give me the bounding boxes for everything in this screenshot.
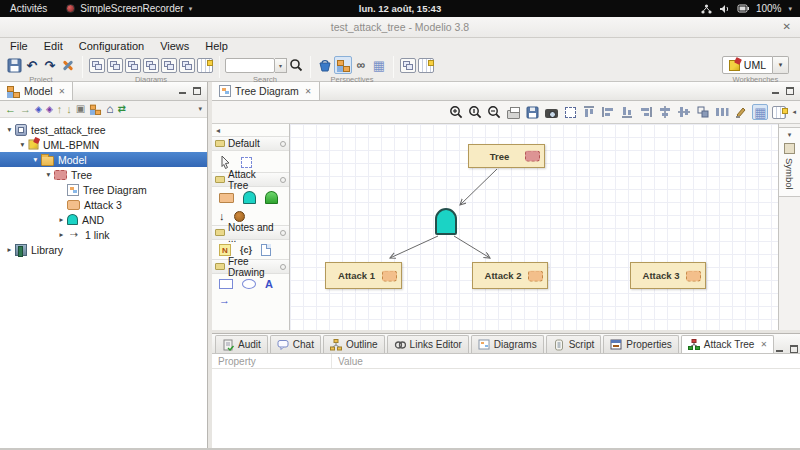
minimize-button[interactable] xyxy=(772,87,780,95)
minimize-button[interactable] xyxy=(776,345,784,353)
duplicate-view-button[interactable]: ▣ xyxy=(76,104,85,114)
page-setup-button[interactable] xyxy=(771,104,787,120)
property-table-body[interactable] xyxy=(212,369,800,446)
back-button[interactable]: ← xyxy=(5,104,16,115)
tab-audit[interactable]: Audit xyxy=(215,335,268,353)
activities-button[interactable]: Activités xyxy=(10,3,47,14)
note-tool[interactable]: N xyxy=(219,244,231,256)
menu-file[interactable]: File xyxy=(2,40,36,52)
system-tray[interactable]: 100% ▾ xyxy=(701,3,800,14)
tree-row-link[interactable]: ▸ ⇢ 1 link xyxy=(0,227,207,242)
tree-row-project[interactable]: ▾ test_attack_tree xyxy=(0,122,207,137)
and-gate-node[interactable] xyxy=(435,208,457,235)
drawer-pin-icon[interactable] xyxy=(280,230,286,236)
search-dropdown-button[interactable]: ▾ xyxy=(275,58,287,73)
minimize-button[interactable] xyxy=(179,87,187,95)
search-input[interactable] xyxy=(225,58,275,73)
tab-model[interactable]: Model ✕ xyxy=(0,82,73,100)
or-gate-tool[interactable] xyxy=(265,191,278,204)
tree-layout-button[interactable] xyxy=(90,104,101,114)
tab-attack-tree[interactable]: Attack Tree ✕ xyxy=(681,335,774,353)
tree-row-tree-diagram[interactable]: Tree Diagram xyxy=(0,182,207,197)
diagram-editor-button[interactable] xyxy=(400,58,416,73)
forward-button[interactable]: → xyxy=(20,104,31,115)
redo-button[interactable]: ↷ xyxy=(41,56,59,74)
align-left-button[interactable] xyxy=(600,104,616,120)
diagram-canvas[interactable]: Tree Attack 1 Attack 2 Attack 3 xyxy=(290,124,778,330)
tab-chat[interactable]: Chat xyxy=(270,335,321,353)
column-value[interactable]: Value xyxy=(332,356,363,367)
center-vertical-button[interactable] xyxy=(657,104,673,120)
class-diagram-button[interactable] xyxy=(89,58,105,73)
tab-outline[interactable]: Outline xyxy=(323,335,385,353)
undo-button[interactable]: ↶ xyxy=(23,56,41,74)
window-title-bar[interactable]: test_attack_tree - Modelio 3.8 ✕ xyxy=(0,17,800,38)
close-icon[interactable]: ✕ xyxy=(760,340,767,349)
zoom-in-button[interactable] xyxy=(448,104,464,120)
node-attack-1[interactable]: Attack 1 xyxy=(325,262,402,289)
toolbar-overflow-icon[interactable]: ◂ xyxy=(792,108,796,116)
line-tool[interactable]: → xyxy=(219,294,230,306)
node-attack-2[interactable]: Attack 2 xyxy=(472,262,548,289)
state-diagram-button[interactable] xyxy=(125,58,141,73)
tree-row-attack-3[interactable]: Attack 3 xyxy=(0,197,207,212)
snapshot-button[interactable] xyxy=(543,104,559,120)
select-tool[interactable] xyxy=(219,155,232,169)
palette-collapse-button[interactable]: ◂ xyxy=(212,124,289,136)
tab-properties[interactable]: Properties xyxy=(603,335,679,353)
expander-icon[interactable]: ▾ xyxy=(43,170,54,179)
drawer-pin-icon[interactable] xyxy=(280,264,286,270)
expander-icon[interactable]: ▸ xyxy=(56,215,67,224)
tree-row-model[interactable]: ▾ Model xyxy=(0,152,207,167)
drawer-pin-icon[interactable] xyxy=(280,141,286,147)
sequence-diagram-button[interactable] xyxy=(179,58,195,73)
tab-links-editor[interactable]: Links Editor xyxy=(387,335,469,353)
workbench-selector[interactable]: UML xyxy=(722,56,773,74)
tab-symbol[interactable]: ▾ Symbol xyxy=(779,127,800,197)
counter-measure-tool[interactable] xyxy=(234,211,245,222)
usecase-diagram-button[interactable] xyxy=(161,58,177,73)
move-up-button[interactable]: ↑ xyxy=(57,104,63,115)
tab-diagrams[interactable]: Diagrams xyxy=(471,335,544,353)
same-size-button[interactable] xyxy=(695,104,711,120)
align-top-button[interactable] xyxy=(581,104,597,120)
toggle-grid-button[interactable]: ▦ xyxy=(752,104,768,120)
menu-views[interactable]: Views xyxy=(152,40,197,52)
deployment-diagram-button[interactable] xyxy=(107,58,123,73)
search-button[interactable] xyxy=(287,56,305,74)
menu-edit[interactable]: Edit xyxy=(36,40,71,52)
matrix-button[interactable] xyxy=(197,58,213,73)
rich-note-tool[interactable] xyxy=(261,244,271,256)
links-view-button[interactable]: ∞ xyxy=(352,56,370,74)
menu-configuration[interactable]: Configuration xyxy=(71,40,152,52)
clock[interactable]: lun. 12 août, 15:43 xyxy=(359,3,441,14)
node-attack-3[interactable]: Attack 3 xyxy=(630,262,706,289)
column-property[interactable]: Property xyxy=(212,354,332,368)
tab-script[interactable]: Script xyxy=(546,335,602,353)
drawer-pin-icon[interactable] xyxy=(280,177,286,183)
close-icon[interactable]: ✕ xyxy=(305,87,312,96)
save-diagram-button[interactable] xyxy=(524,104,540,120)
paint-bucket-button[interactable] xyxy=(316,56,334,74)
save-button[interactable] xyxy=(5,56,23,74)
tree-row-library[interactable]: ▸ Library xyxy=(0,242,207,257)
tree-row-and[interactable]: ▸ AND xyxy=(0,212,207,227)
workbench-dropdown-button[interactable]: ▾ xyxy=(773,56,789,74)
maximize-button[interactable] xyxy=(786,87,794,95)
text-tool[interactable]: A xyxy=(265,278,273,290)
select-zone-button[interactable] xyxy=(562,104,578,120)
maximize-button[interactable] xyxy=(193,87,201,95)
zoom-actual-button[interactable] xyxy=(467,104,483,120)
ellipse-tool[interactable] xyxy=(242,279,256,289)
app-menu-button[interactable]: SimpleScreenRecorder xyxy=(80,3,183,14)
and-gate-tool[interactable] xyxy=(243,191,256,204)
marquee-tool[interactable] xyxy=(241,157,252,168)
menu-help[interactable]: Help xyxy=(197,40,236,52)
close-icon[interactable]: ✕ xyxy=(59,87,66,96)
table-editor-button[interactable] xyxy=(418,58,434,73)
center-horizontal-button[interactable] xyxy=(676,104,692,120)
palette-section-free-drawing[interactable]: Free Drawing xyxy=(212,259,289,274)
next-selection-button[interactable]: ◈ xyxy=(46,105,53,114)
zoom-out-button[interactable] xyxy=(486,104,502,120)
tab-tree-diagram[interactable]: Tree Diagram ✕ xyxy=(212,82,320,100)
